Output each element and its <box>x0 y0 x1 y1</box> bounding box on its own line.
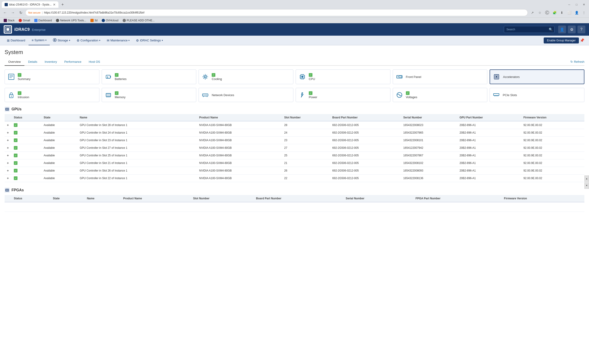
tab-host-os[interactable]: Host OS <box>85 58 104 65</box>
nav-storage[interactable]: Storage ▾ <box>50 36 73 45</box>
power-icon <box>298 91 306 99</box>
profile-button[interactable]: Ⓒ <box>544 9 550 16</box>
maximize-button[interactable]: □ <box>573 1 580 8</box>
search-input[interactable] <box>504 26 555 33</box>
comp-card-pcie-slots[interactable]: PCIe Slots <box>490 88 584 102</box>
user-button[interactable]: 👤 <box>573 9 580 16</box>
comp-card-accelerators[interactable]: Accelerators <box>490 69 584 84</box>
comp-card-memory[interactable]: ✓ Memory <box>102 88 197 102</box>
bookmark-gmail[interactable]: Gmail <box>17 18 32 23</box>
profile-icon[interactable]: ⬜ <box>566 9 572 16</box>
download-button[interactable]: ⬇ <box>559 9 565 16</box>
row-firmware: 92.00.9E.00.02 <box>521 136 584 144</box>
tab-close-button[interactable]: ✕ <box>53 3 56 6</box>
nav-system[interactable]: ≡ System ▾ <box>28 36 50 45</box>
fpgas-col-status: Status <box>12 195 51 202</box>
power-card-content: ✓ Power <box>309 91 317 99</box>
bookmark-button[interactable]: ☆ <box>536 9 543 16</box>
comp-card-summary[interactable]: ✓ Summary <box>5 69 99 84</box>
nav-idrac-settings[interactable]: ⚙ iDRAC Settings ▾ <box>133 36 166 45</box>
col-firmware-version: Firmware Version <box>521 114 584 121</box>
3d-icon <box>90 19 94 22</box>
row-serial: 1654322008101 <box>401 136 457 144</box>
network-devices-name: Network Devices <box>212 93 234 97</box>
row-expand[interactable]: + <box>5 167 12 175</box>
comp-card-network-devices[interactable]: Network Devices <box>199 88 293 102</box>
tab-details[interactable]: Details <box>24 58 41 65</box>
components-grid: ✓ Summary ✓ Batteries <box>5 69 584 84</box>
reload-button[interactable]: ↻ <box>18 9 24 16</box>
idrac-edition: Enterprise <box>32 28 46 32</box>
nav-configuration[interactable]: ⚙ Configuration ▾ <box>73 36 104 45</box>
svg-rect-41 <box>496 76 497 78</box>
row-expand[interactable]: + <box>5 152 12 159</box>
menu-button[interactable]: ⋮ <box>581 9 587 16</box>
enable-group-manager-button[interactable]: Enable Group Manager <box>544 38 579 44</box>
table-row: + ✓ Available GPU Controller in Slot 22 … <box>5 175 584 182</box>
extensions-button[interactable]: 🧩 <box>551 9 558 16</box>
comp-card-voltages[interactable]: ✓ Voltages <box>393 88 488 102</box>
row-state: Available <box>41 129 78 136</box>
user-management-button[interactable]: 👤 <box>558 26 566 33</box>
bookmark-3d-label: 3d <box>95 19 98 22</box>
share-button[interactable]: ↗ <box>529 9 536 16</box>
cpu-icon <box>298 73 306 81</box>
status-check-icon: ✓ <box>14 161 18 165</box>
bookmark-slack[interactable]: Slack <box>2 18 16 23</box>
row-expand[interactable]: + <box>5 175 12 182</box>
pin-button[interactable]: 📌 <box>579 37 585 44</box>
close-window-button[interactable]: ✕ <box>581 1 587 8</box>
bookmark-ovhcloud[interactable]: OVHcloud <box>100 18 120 23</box>
row-expand[interactable]: + <box>5 136 12 144</box>
table-row: + ✓ Available GPU Controller in Slot 24 … <box>5 129 584 136</box>
settings-button[interactable]: ⚙ <box>568 26 576 33</box>
bookmark-3d[interactable]: 3d <box>89 18 99 23</box>
row-expand[interactable]: + <box>5 144 12 152</box>
row-slot: 28 <box>282 121 330 129</box>
scroll-down-button[interactable]: ▼ <box>584 182 589 189</box>
scroll-up-button[interactable]: ▲ <box>584 176 589 182</box>
tab-overview[interactable]: Overview <box>5 58 24 66</box>
row-status: ✓ <box>12 144 41 152</box>
row-product: NVIDIA A100-SXM4-80GB <box>197 152 282 159</box>
bookmark-network-ups[interactable]: Network UPS Tools... <box>54 18 88 23</box>
row-expand[interactable]: + <box>5 129 12 136</box>
tab-inventory[interactable]: Inventory <box>41 58 60 65</box>
forward-button[interactable]: → <box>10 9 16 16</box>
comp-card-cooling[interactable]: ✓ Cooling <box>199 69 293 84</box>
tab-performance[interactable]: Performance <box>60 58 85 65</box>
front-panel-icon <box>395 73 404 81</box>
nav-maintenance[interactable]: ✉ Maintenance ▾ <box>104 36 133 45</box>
page-content: System Overview Details Inventory Perfor… <box>0 45 589 221</box>
voltages-check: ✓ <box>406 91 410 95</box>
comp-card-cpu[interactable]: ✓ CPU <box>296 69 390 84</box>
cooling-check: ✓ <box>212 73 215 77</box>
comp-card-power[interactable]: ✓ Power <box>296 88 390 102</box>
fpgas-section-icon <box>5 188 10 193</box>
new-tab-button[interactable]: + <box>59 1 66 8</box>
network-devices-icon <box>201 91 209 99</box>
main-nav: ⊞ Dashboard ≡ System ▾ Storage ▾ ⚙ Confi… <box>0 36 589 45</box>
bookmark-google-docs[interactable]: Dashboard <box>33 18 54 23</box>
active-tab[interactable]: idrac-2S461V3 - iDRAC9 - Syste... ✕ <box>2 1 59 8</box>
help-button[interactable]: ? <box>577 26 585 33</box>
nav-dashboard[interactable]: ⊞ Dashboard <box>4 36 28 45</box>
intrusion-card-content: ✓ Intrusion <box>18 91 29 99</box>
idrac-settings-icon: ⚙ <box>136 39 139 42</box>
address-input[interactable]: Not secure | https://100.67.115.220/rest… <box>25 9 528 16</box>
refresh-button[interactable]: ↻ Refresh <box>570 60 584 64</box>
svg-line-21 <box>203 78 205 79</box>
minimize-button[interactable]: ─ <box>566 1 572 8</box>
comp-card-front-panel[interactable]: Front Panel <box>393 69 488 84</box>
row-expand[interactable]: + <box>5 159 12 167</box>
bookmark-please-add[interactable]: PLEASE ADD OTHE... <box>121 18 156 23</box>
row-product: NVIDIA A100-SXM4-80GB <box>197 159 282 167</box>
comp-card-intrusion[interactable]: ✓ Intrusion <box>5 88 99 102</box>
comp-card-batteries[interactable]: ✓ Batteries <box>102 69 197 84</box>
svg-point-37 <box>397 76 398 77</box>
idrac-logo-icon <box>4 25 12 33</box>
bookmark-googledocs-label: Dashboard <box>38 19 52 22</box>
row-expand[interactable]: + <box>5 121 12 129</box>
back-button[interactable]: ← <box>2 9 8 16</box>
row-status: ✓ <box>12 129 41 136</box>
